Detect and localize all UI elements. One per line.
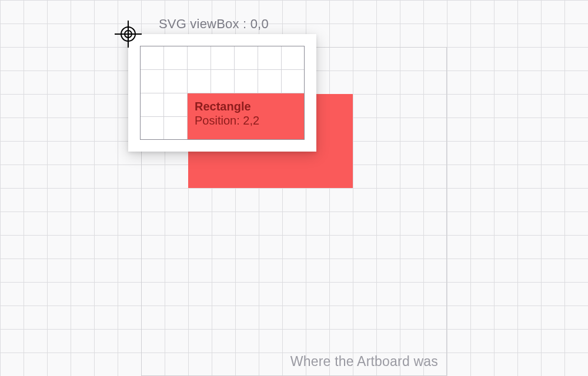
- rectangle-title: Rectangle: [195, 99, 297, 113]
- origin-crosshair-icon: [115, 21, 142, 48]
- rectangle-position: Position: 2,2: [195, 113, 297, 127]
- popover-grid: Rectangle Position: 2,2: [140, 46, 305, 140]
- artboard-label: Where the Artboard was: [290, 354, 438, 370]
- svg-viewbox-popover: SVG viewBox : 0,0 Rectangle Position: 2,…: [128, 34, 316, 152]
- popover-inner-rectangle: Rectangle Position: 2,2: [188, 93, 304, 139]
- viewbox-label: SVG viewBox : 0,0: [159, 16, 269, 32]
- popover-card: Rectangle Position: 2,2: [128, 34, 316, 152]
